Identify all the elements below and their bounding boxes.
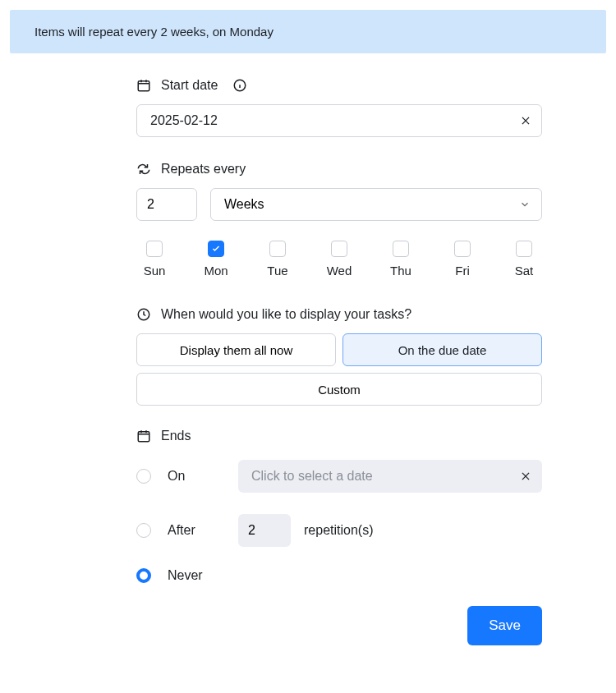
weekday-label: Mon [204, 264, 228, 278]
repeat-unit-select[interactable] [210, 188, 542, 221]
weekday-label: Tue [267, 264, 287, 278]
repeat-unit-select-wrap [210, 188, 542, 221]
repeats-controls [136, 188, 542, 221]
ends-never-label: Never [168, 568, 238, 583]
svg-rect-0 [138, 81, 149, 91]
weekday-picker: Sun Mon Tue Wed Thu Fri Sat [136, 241, 542, 278]
display-all-now-button[interactable]: Display them all now [136, 333, 336, 366]
checkbox-mon[interactable] [208, 241, 224, 257]
clock-icon [136, 307, 151, 322]
recurrence-form: Start date Repeats every [136, 63, 542, 645]
weekday-fri[interactable]: Fri [444, 241, 480, 278]
ends-on-row: On [136, 460, 542, 493]
ends-after-radio[interactable] [136, 523, 151, 538]
ends-after-label: After [168, 523, 238, 538]
display-custom-button[interactable]: Custom [136, 373, 542, 406]
info-icon[interactable] [232, 78, 247, 93]
ends-on-date-input[interactable] [238, 460, 542, 493]
summary-text: Items will repeat every 2 weeks, on Mond… [34, 25, 274, 39]
display-due-date-button[interactable]: On the due date [342, 333, 542, 366]
ends-section: Ends On After repetition(s) Never [136, 429, 542, 583]
summary-banner: Items will repeat every 2 weeks, on Mond… [10, 10, 606, 53]
checkbox-sun[interactable] [146, 241, 163, 257]
ends-label: Ends [161, 429, 191, 443]
weekday-thu[interactable]: Thu [383, 241, 419, 278]
weekday-label: Wed [327, 264, 352, 278]
ends-never-radio[interactable] [136, 568, 151, 583]
ends-never-row: Never [136, 568, 542, 583]
ends-on-label: On [168, 469, 238, 484]
weekday-label: Thu [390, 264, 411, 278]
calendar-icon [136, 78, 151, 93]
display-label: When would you like to display your task… [161, 307, 411, 322]
weekday-label: Sat [515, 264, 534, 278]
start-date-input-wrap [136, 104, 542, 137]
checkbox-fri[interactable] [454, 241, 471, 257]
svg-rect-3 [138, 432, 149, 442]
weekday-sun[interactable]: Sun [136, 241, 172, 278]
ends-after-suffix: repetition(s) [304, 523, 373, 538]
ends-after-count-input[interactable] [238, 514, 291, 547]
ends-after-row: After repetition(s) [136, 514, 542, 547]
repeats-label: Repeats every [161, 162, 246, 177]
calendar-icon [136, 429, 151, 443]
checkbox-sat[interactable] [516, 241, 532, 257]
repeat-icon [136, 162, 151, 177]
weekday-wed[interactable]: Wed [321, 241, 357, 278]
weekday-tue[interactable]: Tue [260, 241, 296, 278]
checkbox-wed[interactable] [331, 241, 347, 257]
form-footer: Save [136, 583, 542, 645]
checkbox-tue[interactable] [269, 241, 286, 257]
clear-start-date-icon[interactable] [517, 112, 534, 129]
ends-on-radio[interactable] [136, 469, 151, 484]
ends-on-date-wrap [238, 460, 542, 493]
weekday-sat[interactable]: Sat [506, 241, 542, 278]
checkbox-thu[interactable] [393, 241, 409, 257]
ends-label-row: Ends [136, 429, 542, 443]
display-options-row: Display them all now On the due date [136, 333, 542, 366]
start-date-label-row: Start date [136, 78, 542, 93]
weekday-mon[interactable]: Mon [198, 241, 234, 278]
start-date-label: Start date [161, 78, 218, 93]
display-label-row: When would you like to display your task… [136, 307, 542, 322]
weekday-label: Fri [455, 264, 470, 278]
repeat-interval-input[interactable] [136, 188, 197, 221]
save-button[interactable]: Save [467, 606, 542, 645]
start-date-input[interactable] [136, 104, 542, 137]
weekday-label: Sun [144, 264, 166, 278]
repeats-label-row: Repeats every [136, 162, 542, 177]
clear-ends-date-icon[interactable] [517, 468, 534, 484]
